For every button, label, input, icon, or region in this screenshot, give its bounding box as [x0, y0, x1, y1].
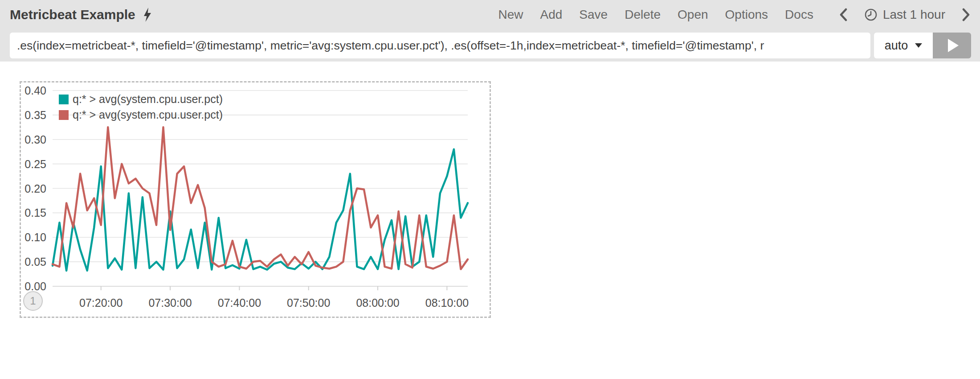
legend-chip-red — [59, 110, 69, 120]
navbar: Metricbeat Example New Add Save Delete O… — [0, 0, 980, 29]
clock-icon — [864, 8, 878, 21]
run-expression-button[interactable] — [933, 33, 971, 58]
y-tick-label: 0.20 — [24, 182, 46, 195]
menu-item-open[interactable]: Open — [678, 8, 708, 22]
time-forward-button[interactable] — [962, 8, 970, 21]
legend-label: q:* > avg(system.cpu.user.pct) — [73, 93, 223, 106]
play-icon — [948, 39, 959, 52]
x-tick-label: 07:20:00 — [79, 297, 122, 309]
series-line-1 — [53, 149, 468, 271]
panel-index-badge: 1 — [23, 291, 43, 311]
y-tick-label: 0.35 — [24, 109, 46, 121]
y-tick-label: 0.00 — [24, 280, 46, 292]
y-tick-label: 0.30 — [24, 133, 46, 146]
chart-legend: q:* > avg(system.cpu.user.pct) q:* > avg… — [59, 91, 223, 123]
timelion-expression-input[interactable] — [10, 33, 870, 58]
legend-chip-teal — [59, 95, 69, 104]
timelion-bolt-icon — [143, 8, 152, 22]
caret-down-icon — [915, 43, 922, 48]
series-line-2 — [53, 127, 468, 269]
y-tick-label: 0.10 — [24, 231, 46, 243]
menu-item-add[interactable]: Add — [540, 8, 563, 22]
menu-item-docs[interactable]: Docs — [785, 8, 813, 22]
menu-item-options[interactable]: Options — [725, 8, 768, 22]
x-tick-label: 08:10:00 — [425, 297, 469, 309]
y-tick-label: 0.40 — [24, 84, 46, 97]
y-tick-label: 0.25 — [24, 158, 46, 170]
x-tick-label: 08:00:00 — [356, 297, 399, 309]
menu-item-new[interactable]: New — [498, 8, 523, 22]
time-back-button[interactable] — [839, 8, 847, 21]
query-row: auto — [10, 33, 971, 58]
x-tick-label: 07:30:00 — [148, 297, 192, 309]
interval-select[interactable]: auto — [874, 33, 933, 58]
y-tick-label: 0.05 — [24, 255, 46, 268]
legend-row: q:* > avg(system.cpu.user.pct) — [59, 91, 223, 107]
menu-item-delete[interactable]: Delete — [625, 8, 661, 22]
legend-label: q:* > avg(system.cpu.user.pct) — [73, 108, 223, 121]
interval-value: auto — [885, 39, 908, 53]
time-picker-label: Last 1 hour — [883, 8, 945, 22]
navbar-menu: New Add Save Delete Open Options Docs La… — [498, 8, 970, 22]
y-tick-label: 0.15 — [24, 206, 46, 219]
x-tick-label: 07:50:00 — [287, 297, 330, 309]
legend-row: q:* > avg(system.cpu.user.pct) — [59, 107, 223, 123]
app-header: Metricbeat Example New Add Save Delete O… — [0, 0, 980, 62]
menu-item-save[interactable]: Save — [579, 8, 608, 22]
timelion-chart-panel[interactable]: 0.000.050.100.150.200.250.300.350.4007:2… — [20, 81, 491, 318]
x-tick-label: 07:40:00 — [218, 297, 261, 309]
time-picker[interactable]: Last 1 hour — [864, 8, 945, 22]
sheet-title: Metricbeat Example — [10, 7, 135, 22]
